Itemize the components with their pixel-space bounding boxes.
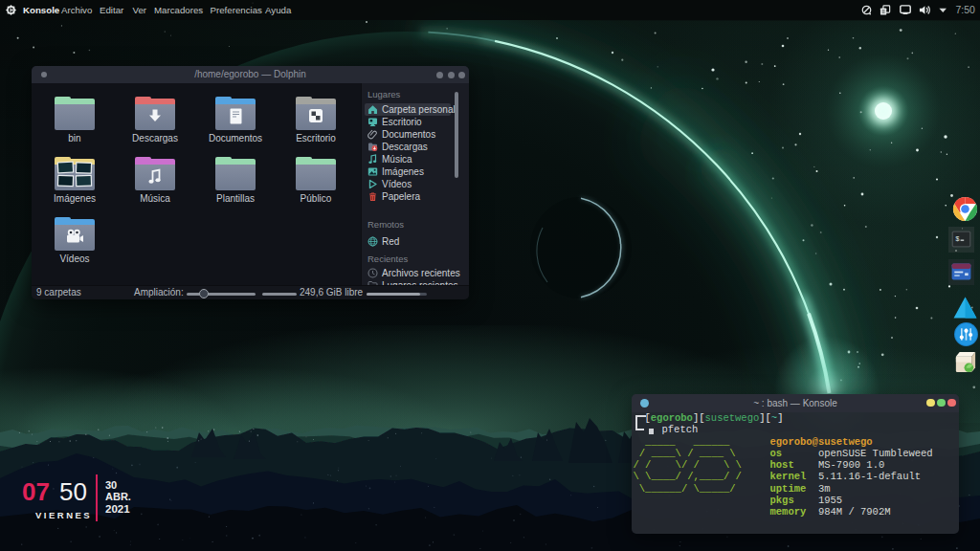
svg-text:$: $ [955, 235, 960, 243]
